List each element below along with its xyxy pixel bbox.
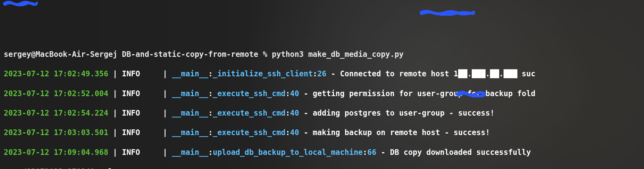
log-message: DB copy downloaded successfully xyxy=(390,148,531,157)
log-function: upload_db_backup_to_local_machine xyxy=(213,148,363,157)
log-module: __main__ xyxy=(172,89,208,98)
dash: - xyxy=(299,128,313,137)
log-function: _execute_ssh_cmd xyxy=(213,109,286,117)
log-sep: | xyxy=(158,128,172,137)
log-sep: | xyxy=(158,109,172,117)
log-module: __main__ xyxy=(172,128,208,137)
redaction-scribble-icon xyxy=(3,0,38,6)
log-level: INFO xyxy=(122,109,140,117)
log-level: INFO xyxy=(122,69,140,78)
log-sep: | xyxy=(108,89,122,98)
log-line: 2023-07-12 17:03:03.501 | INFO | __main_… xyxy=(4,128,644,138)
log-level-pad xyxy=(140,69,158,78)
log-sep: | xyxy=(158,89,172,98)
log-message: Connected to remote host 1██.███.██.███ … xyxy=(340,69,535,78)
log-module: __main__ xyxy=(172,148,208,157)
log-lineno: 66 xyxy=(367,148,376,157)
prompt-user-host: sergey@MacBook-Air-Sergej xyxy=(4,50,117,59)
log-lineno: 26 xyxy=(317,69,326,78)
log-level: INFO xyxy=(122,148,140,157)
log-lineno: 40 xyxy=(290,128,299,137)
log-lineno: 40 xyxy=(290,109,299,117)
log-line: 2023-07-12 17:02:54.224 | INFO | __main_… xyxy=(4,108,644,118)
log-level-pad xyxy=(140,128,158,137)
log-function: _execute_ssh_cmd xyxy=(213,89,286,98)
dash: - xyxy=(299,109,313,117)
log-line: 2023-07-12 17:09:04.968 | INFO | __main_… xyxy=(4,148,644,157)
terminal-output: sergey@MacBook-Air-Sergej DB-and-static-… xyxy=(4,40,644,169)
colon: : xyxy=(208,89,213,98)
log-sep: | xyxy=(158,148,172,157)
log-message: making backup on remote host - success! xyxy=(313,128,490,137)
prompt-symbol: % xyxy=(263,50,267,59)
log-timestamp: 2023-07-12 17:03:03.501 xyxy=(4,128,108,137)
log-function: _initialize_ssh_client xyxy=(213,69,313,78)
log-timestamp: 2023-07-12 17:09:04.968 xyxy=(4,148,108,157)
colon: : xyxy=(363,148,367,157)
log-lineno: 40 xyxy=(290,89,299,98)
log-level-pad xyxy=(140,109,158,117)
log-sep: | xyxy=(158,69,172,78)
colon: : xyxy=(286,89,290,98)
prompt-line[interactable]: sergey@MacBook-Air-Sergej DB-and-static-… xyxy=(4,50,644,59)
prompt-cwd: DB-and-static-copy-from-remote xyxy=(122,50,258,59)
log-timestamp: 2023-07-12 17:02:54.224 xyxy=(4,109,108,117)
colon: : xyxy=(286,128,290,137)
dash: - xyxy=(299,89,313,98)
log-line: 2023-07-12 17:02:49.356 | INFO | __main_… xyxy=(4,69,644,79)
log-continuation: copy/12072023_170249.sql xyxy=(4,167,644,169)
log-function: _execute_ssh_cmd xyxy=(213,128,286,137)
colon: : xyxy=(208,109,213,117)
redaction-scribble-icon xyxy=(420,9,475,16)
log-sep: | xyxy=(108,109,122,117)
log-level: INFO xyxy=(122,89,140,98)
colon: : xyxy=(208,148,213,157)
dash: - xyxy=(376,148,390,157)
log-module: __main__ xyxy=(172,109,208,117)
log-sep: | xyxy=(108,128,122,137)
log-level: INFO xyxy=(122,128,140,137)
log-message: getting permission for user-group for ba… xyxy=(313,89,536,98)
command-text: python3 make_db_media_copy.py xyxy=(272,50,404,59)
colon: : xyxy=(313,69,317,78)
log-timestamp: 2023-07-12 17:02:49.356 xyxy=(4,69,108,78)
log-line: 2023-07-12 17:02:52.004 | INFO | __main_… xyxy=(4,89,644,99)
log-module: __main__ xyxy=(172,69,208,78)
log-sep: | xyxy=(108,69,122,78)
log-timestamp: 2023-07-12 17:02:52.004 xyxy=(4,89,108,98)
dash: - xyxy=(326,69,340,78)
colon: : xyxy=(286,109,290,117)
colon: : xyxy=(208,128,213,137)
colon: : xyxy=(208,69,213,78)
log-message: adding postgres to user-group - success! xyxy=(313,109,495,117)
log-level-pad xyxy=(140,89,158,98)
log-level-pad xyxy=(140,148,158,157)
log-sep: | xyxy=(108,148,122,157)
